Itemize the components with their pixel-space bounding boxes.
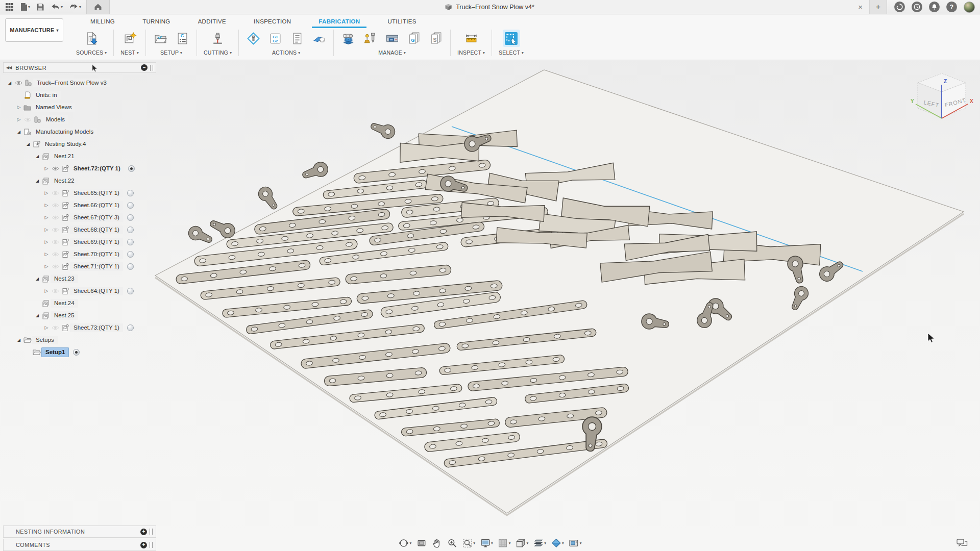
- document-tab[interactable]: Truck–Front Snow Plow v4* ×: [110, 0, 870, 14]
- ribbon-group-label-nest[interactable]: NEST▾: [120, 49, 139, 56]
- undo-button[interactable]: ▾: [48, 1, 65, 13]
- visibility-eye-icon[interactable]: [50, 215, 60, 220]
- zoom-icon[interactable]: [446, 537, 458, 549]
- active-selection-radio[interactable]: [127, 214, 134, 221]
- step-compare-icon[interactable]: ▾: [532, 537, 547, 549]
- tree-row-models[interactable]: ▷Models: [3, 113, 156, 126]
- redo-button[interactable]: ▾: [67, 1, 83, 13]
- camera-settings-icon[interactable]: ▾: [568, 537, 583, 549]
- collapse-panel-icon[interactable]: ◀◀: [6, 65, 11, 70]
- tree-row-sheet-68-qty-1[interactable]: ▷Sheet.68:(QTY 1): [3, 223, 156, 236]
- view-cube[interactable]: LEFT FRONT X Y Z: [909, 67, 974, 128]
- save-button[interactable]: [34, 1, 46, 13]
- tree-row-truck-front-snow-plow-v3[interactable]: ◢Truck–Front Snow Plow v3: [3, 77, 156, 89]
- create-nest-icon[interactable]: [122, 31, 137, 46]
- tab-inspection[interactable]: INSPECTION: [240, 15, 305, 28]
- tree-row-nest-23[interactable]: ◢Nest.23: [3, 272, 156, 285]
- tree-row-nest-21[interactable]: ◢Nest.21: [3, 150, 156, 162]
- template-library-icon[interactable]: S: [428, 31, 444, 46]
- tree-row-sheet-71-qty-1[interactable]: ▷Sheet.71:(QTY 1): [3, 260, 156, 272]
- collapse-node-icon[interactable]: ◢: [15, 338, 22, 342]
- expand-node-icon[interactable]: ▷: [15, 117, 22, 122]
- tree-row-nest-24[interactable]: Nest.24: [3, 297, 156, 309]
- expand-node-icon[interactable]: ▷: [43, 166, 50, 171]
- chevron-down-icon[interactable]: ▾: [562, 541, 564, 545]
- ribbon-group-label-manage[interactable]: MANAGE▾: [378, 49, 406, 56]
- collapse-node-icon[interactable]: ◢: [34, 179, 41, 183]
- job-status-icon[interactable]: [894, 2, 905, 12]
- visibility-eye-icon[interactable]: [22, 117, 33, 122]
- panel-resize-grip[interactable]: [150, 542, 153, 548]
- tree-row-setups[interactable]: ◢Setups: [3, 334, 156, 346]
- source-document-icon[interactable]: [84, 31, 99, 46]
- measure-icon[interactable]: [463, 31, 479, 46]
- post-library-doc-icon[interactable]: G: [175, 31, 190, 46]
- expand-node-icon[interactable]: ▷: [43, 203, 50, 208]
- tree-row-sheet-67-qty-3[interactable]: ▷Sheet.67:(QTY 3): [3, 211, 156, 223]
- notification-bell-icon[interactable]: [929, 2, 940, 12]
- chevron-down-icon[interactable]: ▾: [473, 541, 475, 545]
- tool-library-icon[interactable]: [362, 31, 378, 46]
- expand-node-icon[interactable]: ▷: [43, 227, 50, 232]
- recent-clock-icon[interactable]: [912, 2, 922, 12]
- new-tab-button[interactable]: +: [870, 0, 887, 14]
- collapse-node-icon[interactable]: ◢: [6, 81, 13, 85]
- collapse-circle-icon[interactable]: –: [141, 64, 148, 71]
- ribbon-group-label-setup[interactable]: SETUP▾: [160, 49, 182, 56]
- visibility-eye-icon[interactable]: [50, 166, 60, 171]
- visibility-eye-icon[interactable]: [50, 190, 60, 196]
- collapse-node-icon[interactable]: ◢: [34, 277, 41, 281]
- tree-row-sheet-73-qty-1[interactable]: ▷Sheet.73:(QTY 1): [3, 321, 156, 334]
- browser-header[interactable]: ◀◀ BROWSER –: [3, 62, 156, 73]
- workspace-selector[interactable]: MANUFACTURE ▾: [5, 18, 63, 42]
- look-at-icon[interactable]: [415, 537, 428, 549]
- simulate-icon[interactable]: [246, 31, 261, 46]
- chevron-down-icon[interactable]: ▾: [527, 541, 529, 545]
- expand-node-icon[interactable]: ▷: [15, 105, 22, 110]
- visibility-eye-icon[interactable]: [50, 252, 60, 257]
- active-selection-radio[interactable]: [127, 288, 134, 294]
- viewports-icon[interactable]: ▾: [514, 537, 530, 549]
- chevron-down-icon[interactable]: ▾: [544, 541, 546, 545]
- expand-node-icon[interactable]: ▷: [43, 190, 50, 195]
- tree-row-setup1[interactable]: Setup1: [3, 346, 156, 358]
- clear-nest-icon[interactable]: [311, 31, 327, 46]
- tree-row-nest-25[interactable]: ◢Nest.25: [3, 309, 156, 321]
- ribbon-group-label-select[interactable]: SELECT▾: [499, 49, 524, 56]
- visibility-eye-icon[interactable]: [50, 288, 60, 294]
- chevron-down-icon[interactable]: ▾: [509, 541, 511, 545]
- expand-circle-icon[interactable]: +: [140, 529, 147, 535]
- expand-node-icon[interactable]: ▷: [43, 239, 50, 244]
- visibility-eye-icon[interactable]: [50, 227, 60, 233]
- active-selection-radio[interactable]: [127, 263, 134, 270]
- visual-style-icon[interactable]: ▾: [550, 537, 565, 549]
- nesting-information-panel[interactable]: NESTING INFORMATION +: [3, 525, 156, 538]
- ribbon-group-label-cutting[interactable]: CUTTING▾: [204, 49, 232, 56]
- tree-row-sheet-72-qty-1[interactable]: ▷Sheet.72:(QTY 1): [3, 162, 156, 174]
- setup-sheet-icon[interactable]: [289, 31, 305, 46]
- visibility-eye-icon[interactable]: [50, 239, 60, 245]
- nc-program-library-icon[interactable]: G: [406, 31, 422, 46]
- home-tab[interactable]: [86, 0, 110, 14]
- visibility-eye-icon[interactable]: [50, 325, 60, 331]
- active-selection-radio[interactable]: [127, 324, 134, 331]
- file-menu-button[interactable]: ▾: [18, 1, 32, 13]
- tree-row-named-views[interactable]: ▷Named Views: [3, 101, 156, 113]
- tree-row-sheet-69-qty-1[interactable]: ▷Sheet.69:(QTY 1): [3, 236, 156, 248]
- machine-library-icon[interactable]: [384, 31, 400, 46]
- ribbon-group-label-sources[interactable]: SOURCES▾: [76, 49, 107, 56]
- active-selection-radio[interactable]: [127, 202, 134, 209]
- fit-icon[interactable]: ▾: [461, 537, 476, 549]
- new-setup-icon[interactable]: [153, 31, 168, 46]
- pan-icon[interactable]: [430, 537, 443, 549]
- active-selection-radio[interactable]: [73, 349, 80, 356]
- collapse-node-icon[interactable]: ◢: [15, 130, 22, 134]
- tree-row-nest-22[interactable]: ◢Nest.22: [3, 174, 156, 187]
- help-icon[interactable]: ?: [946, 2, 957, 12]
- tree-row-sheet-65-qty-1[interactable]: ▷Sheet.65:(QTY 1): [3, 187, 156, 199]
- ribbon-group-label-inspect[interactable]: INSPECT▾: [457, 49, 485, 56]
- tree-row-sheet-66-qty-1[interactable]: ▷Sheet.66:(QTY 1): [3, 199, 156, 211]
- panel-resize-grip[interactable]: [150, 65, 153, 71]
- material-library-icon[interactable]: [340, 31, 356, 46]
- expand-node-icon[interactable]: ▷: [43, 252, 50, 257]
